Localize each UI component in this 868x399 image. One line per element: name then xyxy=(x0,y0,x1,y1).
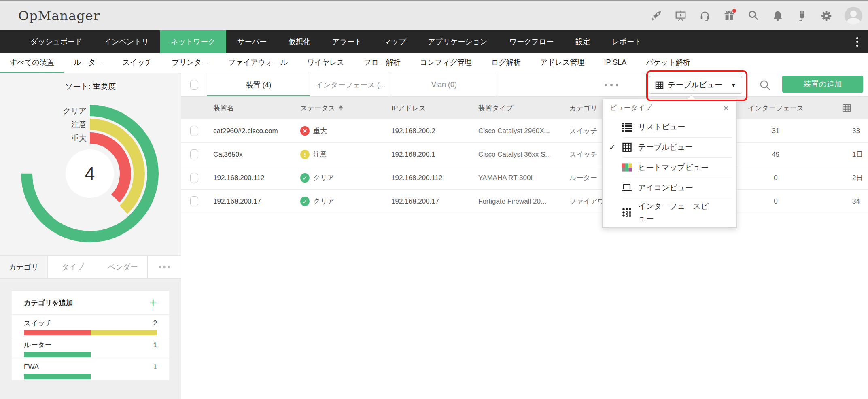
app-logo: OpManager xyxy=(18,8,100,23)
tab-interfaces[interactable]: インターフェース (... xyxy=(310,73,391,96)
nav-applications[interactable]: アプリケーション xyxy=(417,30,499,53)
facet-tab-more-icon[interactable] xyxy=(148,256,181,278)
status-label: クリア xyxy=(313,197,334,206)
category-panel: カテゴリを追加 + スイッチ 2 ルーター 1 FWA xyxy=(0,279,181,399)
donut-label-critical: 重大 xyxy=(71,134,87,142)
facet-tab-type[interactable]: タイプ xyxy=(48,256,98,278)
subnav-switches[interactable]: スイッチ xyxy=(113,53,162,73)
toolbar-more-icon[interactable] xyxy=(605,84,618,86)
category-bar xyxy=(24,330,157,335)
close-icon[interactable]: × xyxy=(723,103,729,113)
interface-count[interactable]: 31 xyxy=(741,119,810,142)
sort-title: ソート: 重要度 xyxy=(0,73,181,93)
table-row[interactable]: 192.168.200.112 ✓クリア 192.168.200.112 YAM… xyxy=(181,166,868,190)
row-checkbox[interactable] xyxy=(190,149,198,159)
col-header-type[interactable]: 装置タイプ xyxy=(472,97,563,119)
nav-network[interactable]: ネットワーク xyxy=(160,30,226,53)
add-device-button[interactable]: 装置の追加 xyxy=(782,76,863,93)
avatar-body xyxy=(847,18,860,25)
subnav-firewalls[interactable]: ファイアウォール xyxy=(219,53,297,73)
device-ip: 192.168.200.17 xyxy=(385,190,472,213)
list-view-icon xyxy=(621,122,632,132)
plugin-icon[interactable] xyxy=(796,10,808,22)
nav-server[interactable]: サーバー xyxy=(226,30,278,53)
device-name[interactable]: 192.168.200.17 xyxy=(207,190,294,213)
status-warning-icon: ! xyxy=(300,150,310,159)
gift-icon[interactable] xyxy=(723,10,735,22)
subnav-all-devices[interactable]: すべての装置 xyxy=(0,53,64,73)
category-item-fwa[interactable]: FWA 1 xyxy=(12,359,169,381)
donut-label-clear: クリア xyxy=(63,106,87,115)
device-total-count: 4 xyxy=(85,163,95,183)
row-checkbox[interactable] xyxy=(190,196,198,206)
user-avatar[interactable] xyxy=(845,7,862,25)
subnav-routers[interactable]: ルーター xyxy=(64,53,113,73)
status-label: 重大 xyxy=(313,126,327,136)
select-all-checkbox[interactable] xyxy=(190,80,198,90)
main-nav: ダッシュボード インベントリ ネットワーク サーバー 仮想化 アラート マップ … xyxy=(0,30,868,53)
icon-view-icon xyxy=(621,183,632,192)
support-headset-icon[interactable] xyxy=(699,10,711,22)
subnav-printers[interactable]: プリンター xyxy=(162,53,219,73)
subnav-packet-analysis[interactable]: パケット解析 xyxy=(636,53,700,73)
search-icon[interactable] xyxy=(747,10,760,22)
table-row[interactable]: Cat3650x !注意 192.168.200.1 Cisco Catalys… xyxy=(181,143,868,166)
nav-settings[interactable]: 設定 xyxy=(565,30,601,53)
subnav-flow-analysis[interactable]: フロー解析 xyxy=(354,53,410,73)
facet-tab-category[interactable]: カテゴリ xyxy=(0,256,48,278)
app-header: OpManager xyxy=(0,1,868,30)
device-name[interactable]: 192.168.200.112 xyxy=(207,166,294,189)
heatmap-view-icon xyxy=(621,163,632,172)
bell-icon[interactable] xyxy=(772,10,784,22)
subnav-log-analysis[interactable]: ログ解析 xyxy=(482,53,531,73)
table-view-icon xyxy=(655,81,664,89)
nav-virtualization[interactable]: 仮想化 xyxy=(278,30,321,53)
device-name[interactable]: cat2960#2.cisco.com xyxy=(207,119,294,142)
add-category-plus-icon[interactable]: + xyxy=(149,297,157,308)
sort-icon[interactable] xyxy=(339,105,343,111)
nav-reports[interactable]: レポート xyxy=(601,30,652,53)
nav-workflow[interactable]: ワークフロー xyxy=(499,30,565,53)
rocket-icon[interactable] xyxy=(650,10,662,22)
interface-count[interactable]: 49 xyxy=(741,143,810,166)
subnav-ip-sla[interactable]: IP SLA xyxy=(594,53,636,73)
column-chooser-icon[interactable] xyxy=(842,104,851,114)
nav-inventory[interactable]: インベントリ xyxy=(93,30,160,53)
category-item-switch[interactable]: スイッチ 2 xyxy=(12,315,169,337)
device-ip: 192.168.200.2 xyxy=(385,119,472,142)
main-panel: 装置 (4) インターフェース (... Vlan (0) テーブルビュー ▼ … xyxy=(181,73,868,399)
subnav-wireless[interactable]: ワイヤレス xyxy=(297,53,354,73)
menu-item-icon-view[interactable]: アイコンビュー xyxy=(603,178,736,198)
row-checkbox[interactable] xyxy=(190,126,198,136)
nav-overflow-icon[interactable] xyxy=(856,30,858,53)
menu-item-interface-view[interactable]: インターフェースビュー xyxy=(603,198,736,227)
table-row[interactable]: 192.168.200.17 ✓クリア 192.168.200.17 Forti… xyxy=(181,190,868,213)
interface-count[interactable]: 0 xyxy=(741,190,810,213)
facet-tab-vendor[interactable]: ベンダー xyxy=(98,256,148,278)
category-item-router[interactable]: ルーター 1 xyxy=(12,337,169,359)
col-header-name[interactable]: 装置名 xyxy=(207,97,294,119)
device-name[interactable]: Cat3650x xyxy=(207,143,294,166)
gear-icon[interactable] xyxy=(820,10,832,22)
add-category-card: カテゴリを追加 + xyxy=(12,291,169,314)
menu-item-list-view[interactable]: リストビュー xyxy=(603,117,736,137)
subnav-config-management[interactable]: コンフィグ管理 xyxy=(410,53,482,73)
subnav-address-management[interactable]: アドレス管理 xyxy=(531,53,594,73)
menu-item-heatmap-view[interactable]: ヒートマップビュー xyxy=(603,157,736,178)
tab-devices[interactable]: 装置 (4) xyxy=(207,73,310,96)
training-video-icon[interactable] xyxy=(675,10,687,22)
nav-alerts[interactable]: アラート xyxy=(321,30,373,53)
col-header-status[interactable]: ステータス xyxy=(294,97,385,119)
menu-item-table-view[interactable]: ✓ テーブルビュー xyxy=(603,137,736,157)
table-row[interactable]: cat2960#2.cisco.com ×重大 192.168.200.2 Ci… xyxy=(181,119,868,143)
col-header-interfaces[interactable]: インターフェース xyxy=(741,97,810,119)
nav-maps[interactable]: マップ xyxy=(373,30,417,53)
category-label: ルーター xyxy=(24,340,52,350)
col-header-ip[interactable]: IPアドレス xyxy=(385,97,472,119)
tab-vlan[interactable]: Vlan (0) xyxy=(391,73,497,96)
row-checkbox[interactable] xyxy=(190,173,198,183)
nav-dashboard[interactable]: ダッシュボード xyxy=(19,30,93,53)
interface-count[interactable]: 0 xyxy=(741,166,810,189)
view-type-button[interactable]: テーブルビュー ▼ xyxy=(649,76,742,94)
list-search-icon[interactable] xyxy=(758,78,772,93)
